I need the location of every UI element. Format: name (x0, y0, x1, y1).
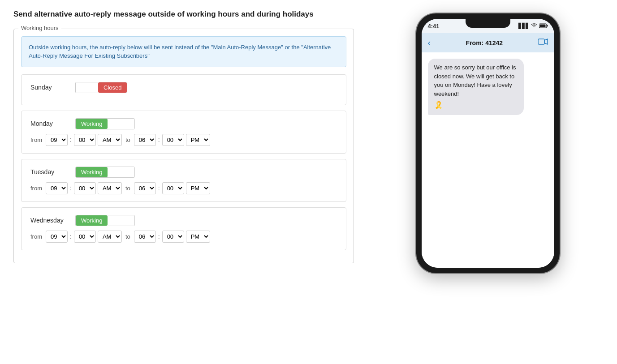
monday-to-period[interactable]: PMAM (186, 134, 210, 146)
right-panel: 4:41 ▋▋▋ (372, 9, 604, 355)
phone-messages-area: We are so sorry but our office is closed… (422, 52, 554, 268)
info-text: Outside working hours, the auto-reply be… (29, 44, 331, 60)
monday-from-hour[interactable]: 091011 (46, 134, 68, 146)
message-emoji: 🎗️ (434, 100, 518, 111)
sunday-status-group[interactable]: Closed (75, 82, 127, 93)
working-hours-section: Working hours Outside working hours, the… (13, 29, 354, 263)
wednesday-sep2: : (158, 233, 160, 240)
tuesday-sep2: : (158, 184, 160, 192)
tuesday-from-min[interactable]: 00153045 (74, 182, 96, 194)
tuesday-status-input[interactable] (108, 167, 134, 177)
monday-label: Monday (30, 120, 71, 127)
wednesday-status-group[interactable]: Working (75, 215, 135, 226)
tuesday-to-period[interactable]: PMAM (186, 182, 210, 194)
tuesday-to-min[interactable]: 00153045 (162, 182, 184, 194)
tuesday-from-period[interactable]: AMPM (98, 182, 122, 194)
monday-to-min[interactable]: 00153045 (162, 134, 184, 146)
phone-time: 4:41 (428, 23, 440, 30)
signal-icon: ▋▋▋ (518, 23, 529, 29)
sunday-closed-btn[interactable]: Closed (98, 82, 127, 93)
phone-notch (466, 19, 510, 28)
wednesday-to-label: to (125, 233, 130, 240)
wednesday-label: Wednesday (30, 217, 71, 224)
monday-status-input[interactable] (108, 119, 134, 129)
tuesday-header: Tuesday Working (30, 167, 337, 178)
phone-screen: 4:41 ▋▋▋ (422, 19, 554, 268)
phone-back-button[interactable]: ‹ (428, 38, 431, 48)
monday-to-label: to (125, 137, 130, 143)
svg-rect-3 (538, 39, 544, 44)
tuesday-status-group[interactable]: Working (75, 167, 135, 178)
wifi-icon (531, 23, 537, 29)
wednesday-from-period[interactable]: AMPM (98, 231, 122, 243)
tuesday-to-label: to (125, 185, 130, 192)
tuesday-working-btn[interactable]: Working (76, 167, 108, 177)
monday-time-row: from 091011 : 00153045 AMPM to 060708 (30, 134, 337, 146)
tuesday-time-row: from 091011 : 00153045 AMPM to 060708 (30, 182, 337, 194)
wednesday-to-min[interactable]: 00153045 (162, 231, 184, 243)
tuesday-label: Tuesday (30, 168, 71, 176)
monday-from-min[interactable]: 00153045 (74, 134, 96, 146)
wednesday-from-hour[interactable]: 091011 (46, 231, 68, 243)
wednesday-time-row: from 091011 : 00153045 AMPM to 060708 (30, 231, 337, 243)
wednesday-status-input[interactable] (108, 215, 134, 226)
section-legend: Working hours (18, 25, 61, 31)
left-panel: Send alternative auto-reply message outs… (13, 9, 354, 355)
wednesday-working-btn[interactable]: Working (76, 215, 108, 226)
message-text: We are so sorry but our office is closed… (434, 64, 516, 97)
phone-message-header: ‹ From: 41242 (422, 33, 554, 52)
wednesday-from-label: from (30, 233, 42, 240)
phone-mockup: 4:41 ▋▋▋ (416, 13, 560, 273)
monday-from-label: from (30, 137, 42, 143)
message-bubble: We are so sorry but our office is closed… (428, 59, 524, 115)
sunday-header: Sunday Closed (30, 82, 337, 93)
tuesday-sep1: : (70, 184, 72, 192)
monday-to-hour[interactable]: 060708 (134, 134, 156, 146)
wednesday-to-period[interactable]: PMAM (186, 231, 210, 243)
day-card-wednesday: Wednesday Working from 091011 : 00153045 (21, 207, 346, 250)
monday-from-period[interactable]: AMPM (98, 134, 122, 146)
day-card-monday: Monday Working from 091011 : 00153045 (21, 111, 346, 154)
phone-status-icons: ▋▋▋ (518, 23, 548, 29)
sunday-label: Sunday (30, 84, 71, 91)
info-box: Outside working hours, the auto-reply be… (21, 36, 346, 67)
tuesday-to-hour[interactable]: 060708 (134, 182, 156, 194)
page-title: Send alternative auto-reply message outs… (13, 9, 354, 20)
monday-working-btn[interactable]: Working (76, 119, 108, 129)
monday-header: Monday Working (30, 118, 337, 129)
tuesday-from-label: from (30, 185, 42, 192)
phone-contact-name: From: 41242 (466, 39, 503, 47)
monday-sep2: : (158, 136, 160, 143)
svg-rect-2 (539, 24, 545, 27)
phone-video-icon[interactable] (538, 38, 548, 47)
svg-marker-4 (544, 39, 548, 44)
battery-icon (539, 23, 548, 29)
sunday-status-input[interactable] (76, 82, 98, 93)
svg-rect-1 (547, 25, 548, 26)
wednesday-from-min[interactable]: 00153045 (74, 231, 96, 243)
tuesday-from-hour[interactable]: 091011 (46, 182, 68, 194)
wednesday-header: Wednesday Working (30, 215, 337, 226)
wednesday-sep1: : (70, 233, 72, 240)
monday-sep1: : (70, 136, 72, 143)
wednesday-to-hour[interactable]: 060708 (134, 231, 156, 243)
day-card-tuesday: Tuesday Working from 091011 : 00153045 (21, 159, 346, 202)
day-card-sunday: Sunday Closed (21, 74, 346, 105)
monday-status-group[interactable]: Working (75, 118, 135, 129)
